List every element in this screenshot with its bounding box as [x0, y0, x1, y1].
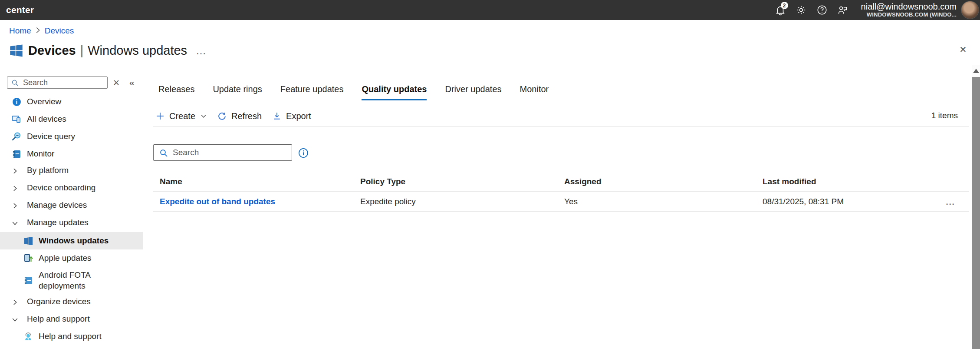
sidebar-group-manage-updates[interactable]: Manage updates: [0, 214, 143, 231]
chevron-down-icon: [12, 219, 19, 226]
search-icon: [159, 149, 168, 159]
avatar[interactable]: [961, 1, 979, 19]
sidebar-group-manage-devices[interactable]: Manage devices: [0, 196, 143, 214]
sidebar-item-android-fota[interactable]: Android FOTA deployments: [0, 267, 143, 294]
page-title: Devices: [28, 43, 76, 58]
tab-quality-updates[interactable]: Quality updates: [362, 80, 427, 100]
sidebar-group-help-and-support[interactable]: Help and support: [0, 310, 143, 328]
account-tenant: WINDOWSNOOB.COM (WINDO...: [861, 12, 957, 18]
items-count: 1 items: [931, 111, 958, 120]
sidebar-item-monitor[interactable]: Monitor: [0, 145, 143, 163]
feedback-icon: [837, 4, 848, 16]
gear-icon: [796, 4, 807, 16]
create-button[interactable]: Create: [156, 111, 207, 121]
breadcrumb-devices-link[interactable]: Devices: [45, 26, 74, 36]
sidebar-group-by-platform[interactable]: By platform: [0, 162, 143, 179]
sidebar-collapse-button[interactable]: «: [129, 77, 135, 88]
breadcrumb-home-link[interactable]: Home: [9, 26, 31, 36]
column-header-policy-type[interactable]: Policy Type: [353, 177, 557, 186]
sidebar-item-windows-updates[interactable]: Windows updates: [0, 232, 143, 249]
command-bar: Create Refresh Export: [156, 108, 311, 124]
column-header-assigned[interactable]: Assigned: [557, 177, 756, 186]
tab-bar: Releases Update rings Feature updates Qu…: [158, 80, 549, 100]
top-bar: center 2: [0, 0, 980, 20]
chevron-right-icon: [36, 26, 40, 36]
column-header-last-modified[interactable]: Last modified: [756, 177, 921, 186]
assigned-cell: Yes: [557, 197, 756, 206]
support-person-icon: [23, 332, 33, 341]
tab-update-rings[interactable]: Update rings: [213, 80, 262, 100]
account-info[interactable]: niall@windowsnoob.com WINDOWSNOOB.COM (W…: [861, 2, 957, 18]
vertical-scrollbar[interactable]: [972, 65, 980, 349]
sidebar-search-row: ✕ «: [7, 76, 139, 89]
sidebar-search-input[interactable]: [7, 77, 107, 88]
policy-name-link[interactable]: Expedite out of band updates: [160, 197, 275, 206]
sidebar-group-organize-devices[interactable]: Organize devices: [0, 293, 143, 310]
table-search-box: [153, 144, 292, 161]
search-icon: [11, 79, 19, 88]
sidebar: ✕ « Overview All devices Device query Mo…: [0, 70, 143, 349]
windows-logo-icon: [23, 236, 33, 246]
settings-button[interactable]: [791, 0, 812, 20]
table-header: Name Policy Type Assigned Last modified: [153, 172, 969, 192]
query-search-icon: [12, 132, 21, 141]
table-row: Expedite out of band updates Expedite po…: [153, 192, 969, 212]
chevron-right-icon: [12, 184, 19, 191]
sidebar-group-device-onboarding[interactable]: Device onboarding: [0, 179, 143, 196]
windows-logo-icon: [10, 44, 23, 57]
export-button[interactable]: Export: [273, 111, 311, 121]
chevron-down-icon: [201, 113, 207, 119]
tab-releases[interactable]: Releases: [158, 80, 194, 100]
sidebar-item-device-query[interactable]: Device query: [0, 128, 143, 145]
sidebar-search-clear-button[interactable]: ✕: [113, 78, 120, 88]
scroll-up-arrow[interactable]: [973, 69, 979, 73]
notebook-icon: [23, 276, 33, 285]
sidebar-item-overview[interactable]: Overview: [0, 93, 143, 110]
help-button[interactable]: [812, 0, 832, 20]
chevron-right-icon: [12, 202, 19, 209]
tab-feature-updates[interactable]: Feature updates: [280, 80, 344, 100]
scrollbar-thumb[interactable]: [972, 77, 980, 349]
column-header-name[interactable]: Name: [153, 177, 353, 186]
sidebar-search-box: [7, 76, 108, 89]
refresh-icon: [218, 112, 226, 120]
last-modified-cell: 08/31/2025, 08:31 PM: [756, 197, 921, 206]
feedback-button[interactable]: [832, 0, 853, 20]
title-more-button[interactable]: …: [194, 46, 209, 56]
plus-icon: [156, 112, 164, 120]
chevron-down-icon: [12, 316, 19, 322]
notification-count-badge: 2: [781, 2, 788, 9]
devices-icon: [12, 114, 21, 124]
account-email: niall@windowsnoob.com: [861, 2, 957, 12]
policy-type-cell: Expedite policy: [353, 197, 557, 206]
page-title-row: Devices | Windows updates …: [10, 43, 209, 58]
table-search-input[interactable]: [154, 145, 292, 160]
notebook-icon: [12, 149, 21, 159]
chevron-right-icon: [12, 167, 19, 174]
info-icon: [12, 97, 21, 106]
app-title: center: [6, 5, 34, 15]
sidebar-item-all-devices[interactable]: All devices: [0, 110, 143, 128]
refresh-button[interactable]: Refresh: [218, 111, 262, 121]
chevron-right-icon: [12, 298, 19, 305]
sidebar-item-apple-updates[interactable]: Apple updates: [0, 249, 143, 267]
tablet-up-arrow-icon: [23, 253, 33, 263]
divider: [153, 126, 969, 127]
info-icon[interactable]: [298, 148, 309, 158]
help-icon: [816, 4, 828, 16]
sidebar-item-help-and-support[interactable]: Help and support: [0, 328, 143, 345]
tab-driver-updates[interactable]: Driver updates: [445, 80, 501, 100]
title-separator: |: [80, 43, 84, 58]
download-icon: [273, 112, 281, 120]
close-blade-button[interactable]: ✕: [956, 43, 970, 57]
page-subtitle: Windows updates: [88, 43, 187, 58]
notifications-button[interactable]: 2: [770, 0, 791, 20]
topbar-actions: 2: [770, 0, 980, 20]
breadcrumb: Home Devices: [9, 26, 74, 36]
row-context-menu-button[interactable]: …: [945, 196, 969, 207]
tab-monitor[interactable]: Monitor: [520, 80, 549, 100]
